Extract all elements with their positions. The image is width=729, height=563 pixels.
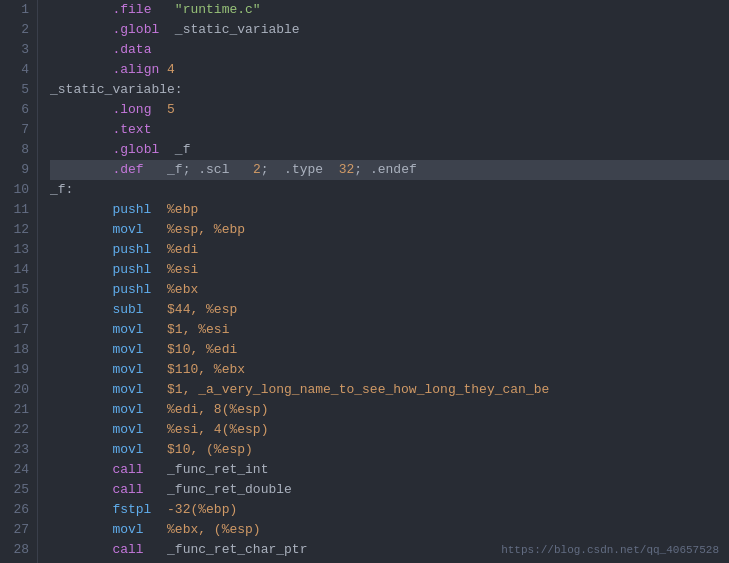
line-number: 20 (0, 380, 37, 400)
line-number: 27 (0, 520, 37, 540)
code-token: .text (112, 122, 151, 137)
code-token: %ebx (167, 282, 198, 297)
code-token: %ebx, (%esp) (167, 522, 261, 537)
line-number: 22 (0, 420, 37, 440)
code-token: .file (112, 2, 151, 17)
line-number: 2 (0, 20, 37, 40)
code-token: _func_ret_char_ptr (167, 542, 307, 557)
line-number: 5 (0, 80, 37, 100)
line-number: 15 (0, 280, 37, 300)
code-token: _static_variable: (50, 82, 183, 97)
code-token (159, 22, 175, 37)
code-token (159, 142, 175, 157)
code-line: movl %esp, %ebp (50, 220, 729, 240)
code-line: pushl %edi (50, 240, 729, 260)
code-token (151, 202, 167, 217)
code-token: movl (50, 422, 144, 437)
code-token: -32(%ebp) (167, 502, 237, 517)
code-token: movl (50, 342, 144, 357)
code-line: .globl _f (50, 140, 729, 160)
code-token: %esp, %ebp (167, 222, 245, 237)
line-number: 7 (0, 120, 37, 140)
code-token: movl (50, 522, 144, 537)
code-line: movl $1, %esi (50, 320, 729, 340)
code-line: movl %esi, 4(%esp) (50, 420, 729, 440)
code-token: $10, (%esp) (167, 442, 253, 457)
code-token: %esi (167, 262, 198, 277)
code-line: movl %ebx, (%esp) (50, 520, 729, 540)
line-number: 28 (0, 540, 37, 560)
code-line: subl $44, %esp (50, 300, 729, 320)
code-area[interactable]: .file "runtime.c" .globl _static_variabl… (38, 0, 729, 563)
code-token: pushl (50, 242, 151, 257)
code-line: .globl _static_variable (50, 20, 729, 40)
code-token: $1, %esi (167, 322, 229, 337)
code-line: movl $1, _a_very_long_name_to_see_how_lo… (50, 380, 729, 400)
code-token: %ebp (167, 202, 198, 217)
code-token: call (50, 482, 144, 497)
code-token: _f; .scl (167, 162, 229, 177)
code-token (229, 162, 252, 177)
code-token: .globl (112, 142, 159, 157)
code-token: .data (112, 42, 151, 57)
code-token: 32 (339, 162, 355, 177)
code-token (144, 322, 167, 337)
code-token (50, 142, 112, 157)
code-line: movl $10, %edi (50, 340, 729, 360)
line-numbers-gutter: 1234567891011121314151617181920212223242… (0, 0, 38, 563)
code-token (151, 102, 167, 117)
line-number: 21 (0, 400, 37, 420)
code-token: $1, _a_very_long_name_to_see_how_long_th… (167, 382, 549, 397)
line-number: 11 (0, 200, 37, 220)
code-token: call (50, 542, 144, 557)
code-token (50, 42, 112, 57)
line-number: 13 (0, 240, 37, 260)
code-editor: 1234567891011121314151617181920212223242… (0, 0, 729, 563)
code-line: movl $110, %ebx (50, 360, 729, 380)
line-number: 19 (0, 360, 37, 380)
line-number: 12 (0, 220, 37, 240)
code-token (144, 362, 167, 377)
code-token (144, 482, 167, 497)
code-token: $110, %ebx (167, 362, 245, 377)
code-token: _func_ret_double (167, 482, 292, 497)
line-number: 23 (0, 440, 37, 460)
code-token: ; .type (261, 162, 323, 177)
line-number: 3 (0, 40, 37, 60)
code-token: subl (50, 302, 144, 317)
code-token (151, 262, 167, 277)
code-line: _static_variable: (50, 80, 729, 100)
code-line: movl $10, (%esp) (50, 440, 729, 460)
code-token (50, 102, 112, 117)
code-token: _f: (50, 182, 73, 197)
code-token (151, 2, 174, 17)
code-token (50, 62, 112, 77)
code-token: pushl (50, 262, 151, 277)
code-token (151, 282, 167, 297)
code-token: .long (112, 102, 151, 117)
code-token: pushl (50, 282, 151, 297)
code-token: fstpl (50, 502, 151, 517)
watermark: https://blog.csdn.net/qq_40657528 (501, 540, 719, 560)
code-token: movl (50, 382, 144, 397)
code-token (144, 302, 167, 317)
line-number: 4 (0, 60, 37, 80)
line-number: 6 (0, 100, 37, 120)
code-token: %esi, 4(%esp) (167, 422, 268, 437)
code-line: call _func_ret_char_ptrhttps://blog.csdn… (50, 540, 729, 560)
code-token: 5 (167, 102, 175, 117)
code-line: pushl %ebx (50, 280, 729, 300)
code-token: 4 (167, 62, 175, 77)
code-token: .def (112, 162, 143, 177)
code-token (50, 162, 112, 177)
code-token (144, 422, 167, 437)
code-token (144, 462, 167, 477)
code-line: .text (50, 120, 729, 140)
code-line: .long 5 (50, 100, 729, 120)
code-token: movl (50, 362, 144, 377)
code-token: .align (112, 62, 159, 77)
code-token: .globl (112, 22, 159, 37)
code-token (144, 222, 167, 237)
line-number: 8 (0, 140, 37, 160)
code-line: _f: (50, 180, 729, 200)
